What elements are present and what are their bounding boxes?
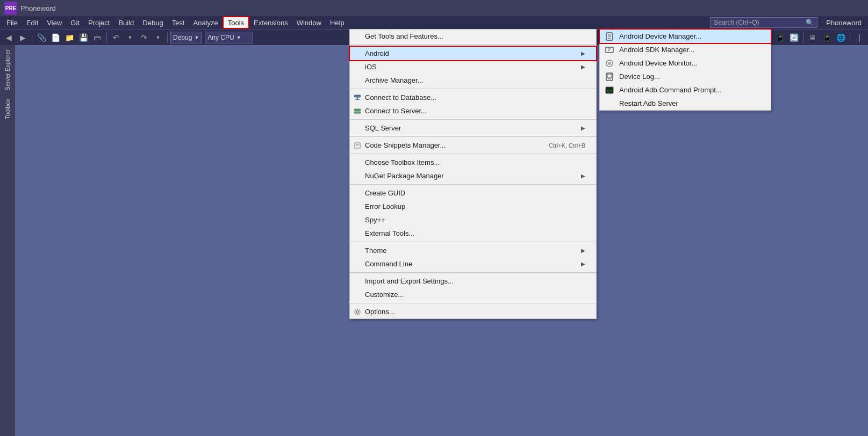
search-placeholder: Search (Ctrl+Q) [714,19,759,26]
menu-command-line[interactable]: Command Line ▶ [350,257,596,271]
toolbar-sep-2 [106,32,107,43]
svg-rect-11 [608,34,611,37]
separator-icon: | [853,31,866,44]
menu-spy[interactable]: Spy++ [350,213,596,227]
menu-customize[interactable]: Customize... [350,288,596,301]
menu-analyze[interactable]: Analyze [189,16,222,29]
toolbar-sep-4 [803,32,804,43]
tools-sep-1 [350,45,596,45]
menu-options[interactable]: Options... [350,305,596,318]
menu-get-tools[interactable]: Get Tools and Features... [350,30,596,43]
toolbar-right: 🖥 📱 🔄 🖥 📱 🌐 | [759,31,866,44]
theme-arrow-icon: ▶ [581,248,585,253]
menu-bar-right: Search (Ctrl+Q) 🔍 Phoneword [710,17,866,28]
menu-theme[interactable]: Theme ▶ [350,244,596,257]
app-logo: PRE [4,2,17,14]
app-name-title: Phoneword [822,19,866,27]
menu-import-export[interactable]: Import and Export Settings... [350,274,596,288]
sql-arrow-icon: ▶ [581,125,585,131]
menu-window[interactable]: Window [292,16,326,29]
connect-db-icon [353,93,362,102]
menu-android[interactable]: Android ▶ [350,47,596,60]
sdk-manager-icon [604,45,615,55]
menu-tools[interactable]: Tools [223,16,249,29]
save-all-btn[interactable]: 🗃 [91,31,104,44]
svg-text:C:\: C:\ [607,89,613,93]
tablet2-icon[interactable]: 📱 [820,31,833,44]
menu-debug[interactable]: Debug [138,16,167,29]
ios-arrow-icon: ▶ [581,64,585,70]
svg-rect-0 [354,95,361,97]
device-monitor-icon [604,58,615,69]
menu-view[interactable]: View [42,16,66,29]
tools-sep-5 [350,154,596,154]
tools-sep-6 [350,184,596,185]
search-box[interactable]: Search (Ctrl+Q) 🔍 [710,17,817,28]
redo-btn[interactable]: ↷ [138,31,150,44]
menu-ios[interactable]: iOS ▶ [350,60,596,74]
back-btn[interactable]: ◀ [2,31,15,44]
menu-edit[interactable]: Edit [22,16,42,29]
undo-dropdown-btn[interactable]: ▼ [124,31,137,44]
android-adb-item[interactable]: C:\ Android Adb Command Prompt... [600,83,771,97]
android-device-monitor-item[interactable]: Android Device Monitor... [600,56,771,70]
monitor-icon[interactable]: 🖥 [806,31,819,44]
toolbox-tab[interactable]: Toolbox [3,95,12,123]
android-submenu[interactable]: Android Device Manager... Android SDK Ma… [599,29,771,111]
title-bar: PRE Phoneword [0,0,868,16]
menu-connect-server[interactable]: Connect to Server... [350,104,596,118]
server-explorer-tab[interactable]: Server Explorer [3,45,12,95]
menu-extensions[interactable]: Extensions [249,16,292,29]
snippets-icon [353,141,362,150]
attach-btn[interactable]: 📎 [35,31,48,44]
menu-bar: File Edit View Git Project Build Debug T… [0,16,868,29]
svg-point-16 [608,62,611,65]
menu-choose-toolbox[interactable]: Choose Toolbox Items... [350,156,596,169]
refresh-icon[interactable]: 🔄 [787,31,800,44]
new-item-btn[interactable]: 📄 [49,31,62,44]
redo-dropdown-btn[interactable]: ▼ [152,31,164,44]
tools-sep-9 [350,303,596,303]
android-device-manager-item[interactable]: Android Device Manager... [600,30,771,43]
menu-external-tools[interactable]: External Tools... [350,227,596,240]
restart-adb-item[interactable]: Restart Adb Server [600,97,771,110]
menu-archive-manager[interactable]: Archive Manager... [350,74,596,87]
open-btn[interactable]: 📁 [63,31,76,44]
search-icon: 🔍 [806,19,814,26]
platform-dropdown[interactable]: Any CPU ▼ [205,32,253,43]
save-btn[interactable]: 💾 [77,31,90,44]
globe-icon[interactable]: 🌐 [834,31,847,44]
connect-server-icon [353,107,362,115]
tools-sep-7 [350,242,596,242]
menu-nuget[interactable]: NuGet Package Manager ▶ [350,169,596,183]
menu-build[interactable]: Build [114,16,138,29]
menu-help[interactable]: Help [326,16,349,29]
menu-code-snippets[interactable]: Code Snippets Manager... Ctrl+K, Ctrl+B [350,139,596,152]
tablet-icon[interactable]: 📱 [773,31,786,44]
options-gear-icon [353,308,362,316]
menu-error-lookup[interactable]: Error Lookup [350,200,596,213]
device-log-icon [604,71,615,82]
android-sdk-manager-item[interactable]: Android SDK Manager... [600,43,771,56]
build-config-dropdown[interactable]: Debug ▼ [170,32,202,43]
device-manager-icon [604,31,615,42]
svg-rect-3 [354,109,361,111]
undo-btn[interactable]: ↶ [110,31,123,44]
tools-menu[interactable]: Get Tools and Features... Android ▶ iOS … [349,29,597,319]
menu-test[interactable]: Test [168,16,189,29]
platform-arrow: ▼ [236,35,241,40]
device-log-item[interactable]: Device Log... [600,70,771,83]
menu-file[interactable]: File [2,16,22,29]
app-title: Phoneword [20,4,56,12]
svg-rect-4 [354,112,361,113]
toolbar-sep-3 [167,32,168,43]
menu-connect-database[interactable]: Connect to Database... [350,91,596,104]
menu-create-guid[interactable]: Create GUID [350,186,596,200]
menu-git[interactable]: Git [66,16,84,29]
forward-btn[interactable]: ▶ [16,31,29,44]
build-config-arrow: ▼ [194,35,199,40]
toolbar-sep-1 [32,32,32,43]
menu-project[interactable]: Project [84,16,114,29]
svg-rect-19 [607,74,612,78]
menu-sql-server[interactable]: SQL Server ▶ [350,121,596,135]
